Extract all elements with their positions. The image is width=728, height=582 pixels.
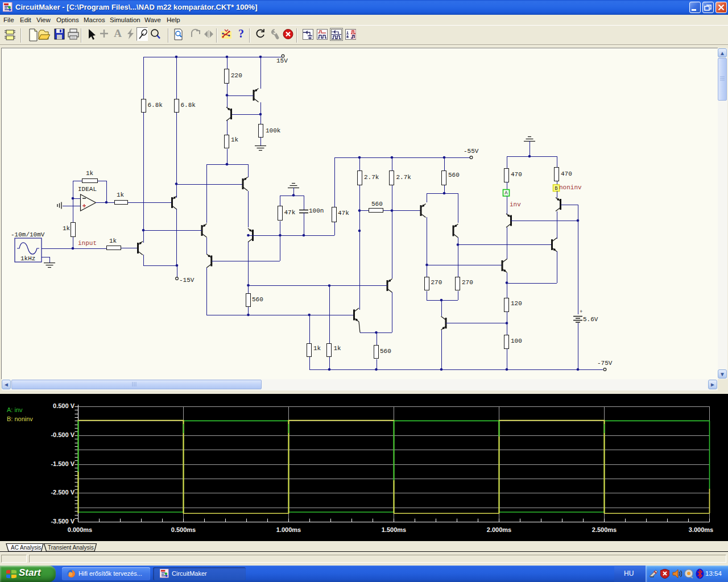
svg-text:120: 120 <box>511 300 522 307</box>
svg-text:noninv: noninv <box>559 184 582 191</box>
svg-text:-15V: -15V <box>179 277 195 284</box>
svg-text:A: A <box>114 28 122 39</box>
svg-text:470: 470 <box>561 171 572 177</box>
svg-text:1.500ms: 1.500ms <box>382 526 406 533</box>
svg-text:1k: 1k <box>109 238 117 244</box>
svg-text:100k: 100k <box>266 127 281 134</box>
svg-text:270: 270 <box>431 279 442 286</box>
svg-text:47k: 47k <box>284 209 296 216</box>
svg-text:input: input <box>78 240 97 247</box>
svg-text:1.000ms: 1.000ms <box>276 526 301 533</box>
svg-text:270: 270 <box>462 279 473 286</box>
svg-text:0.000ms: 0.000ms <box>68 526 92 533</box>
svg-text:560: 560 <box>371 201 383 207</box>
svg-text:AC Analysis: AC Analysis <box>11 544 41 551</box>
svg-text:47k: 47k <box>338 210 349 217</box>
svg-text:B: noninv: B: noninv <box>7 415 33 422</box>
svg-text:2.7k: 2.7k <box>396 174 412 181</box>
svg-text:1kHz: 1kHz <box>20 255 35 262</box>
svg-text:560: 560 <box>252 296 263 303</box>
svg-text:IDEAL: IDEAL <box>78 186 97 193</box>
svg-text:6.8k: 6.8k <box>181 102 196 109</box>
svg-text:?: ? <box>238 28 244 40</box>
svg-text:2.7k: 2.7k <box>364 174 379 181</box>
svg-text:inv: inv <box>510 201 521 208</box>
svg-text:6.8k: 6.8k <box>148 102 163 109</box>
svg-text:-1.500 V: -1.500 V <box>51 460 75 467</box>
svg-text:3.000ms: 3.000ms <box>689 526 713 533</box>
svg-text:A: A <box>504 190 508 196</box>
svg-text:B: B <box>555 186 558 192</box>
svg-text:1k: 1k <box>63 225 71 232</box>
svg-text:-10m/10mV: -10m/10mV <box>11 231 45 238</box>
svg-text:5.6V: 5.6V <box>583 316 598 323</box>
svg-text:1k: 1k <box>313 345 321 352</box>
svg-text:0.500 V: 0.500 V <box>53 402 75 409</box>
svg-text:1k: 1k <box>334 345 342 352</box>
svg-text:Transient Analysis: Transient Analysis <box>48 544 94 551</box>
svg-text:220: 220 <box>231 72 242 79</box>
svg-text:1k: 1k <box>86 170 94 177</box>
svg-text:15V: 15V <box>276 57 288 64</box>
svg-text:0.500ms: 0.500ms <box>171 526 196 533</box>
svg-text:1k: 1k <box>117 192 125 198</box>
svg-text:100: 100 <box>511 338 522 344</box>
svg-text:470: 470 <box>511 171 522 178</box>
svg-text:1k: 1k <box>231 136 239 143</box>
svg-text:100n: 100n <box>309 207 324 214</box>
svg-text:2.000ms: 2.000ms <box>487 526 511 533</box>
svg-text:560: 560 <box>448 172 460 178</box>
svg-text:-55V: -55V <box>464 148 479 155</box>
svg-text:560: 560 <box>380 348 391 355</box>
svg-text:-0.500 V: -0.500 V <box>51 431 75 438</box>
svg-text:-2.500 V: -2.500 V <box>51 489 75 496</box>
svg-text:A: inv: A: inv <box>7 406 23 413</box>
svg-text:2.500ms: 2.500ms <box>592 526 617 533</box>
svg-text:-3.500 V: -3.500 V <box>51 518 75 525</box>
svg-text:-75V: -75V <box>597 360 613 367</box>
svg-text:+: + <box>580 309 582 315</box>
